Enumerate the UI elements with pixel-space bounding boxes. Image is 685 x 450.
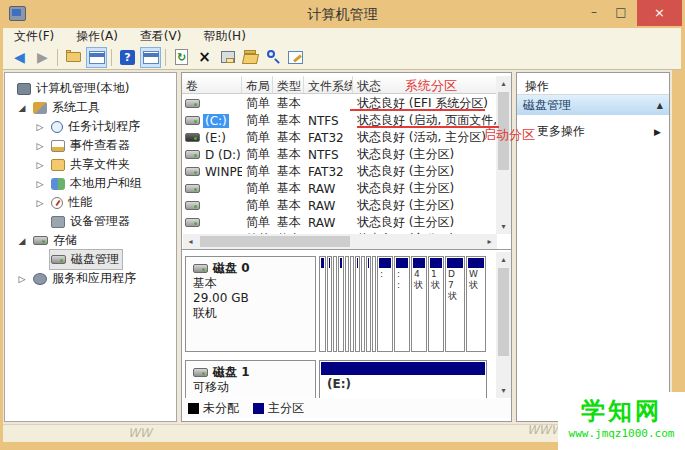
horizontal-scrollbar[interactable]: ◂ ▸: [183, 234, 497, 249]
tree-item-event-viewer[interactable]: ▷ 事件查看器: [5, 136, 176, 155]
scroll-down-icon[interactable]: ▾: [496, 219, 511, 234]
disk-partition[interactable]: [361, 256, 365, 352]
column-header-volume[interactable]: 卷: [182, 76, 242, 93]
disk-type: 可移动: [193, 380, 315, 395]
toolbar-icon: [242, 54, 259, 64]
menu-help[interactable]: 帮助(H): [192, 28, 256, 45]
tree-item-shared-folders[interactable]: ▷ 共享文件夹: [5, 155, 176, 174]
open-button[interactable]: [240, 47, 261, 68]
volume-row[interactable]: WINPE 简单 基本 FAT32 状态良好 (主分区): [182, 163, 496, 180]
volume-row[interactable]: 简单 基本 RAW 状态良好 (主分区): [182, 197, 496, 214]
volume-row[interactable]: D (D:) 简单 基本 NTFS 状态良好 (主分区): [182, 146, 496, 163]
actions-panel-title: 操作: [517, 73, 669, 95]
tree-item-computer-management[interactable]: 计算机管理(本地): [5, 79, 176, 98]
volume-name: D (D:): [203, 148, 242, 162]
volume-row[interactable]: (E:) 简单 基本 FAT32 状态良好 (活动, 主分区): [182, 129, 496, 146]
find-button[interactable]: [263, 47, 284, 68]
scroll-up-icon[interactable]: ▴: [496, 252, 511, 267]
volume-table-scrollbar[interactable]: ▴ ▾: [496, 76, 511, 234]
column-header-type[interactable]: 类型: [273, 76, 304, 93]
tree-expander-icon[interactable]: ▷: [31, 160, 49, 170]
drive-icon: [185, 133, 200, 142]
disk-partition[interactable]: [355, 256, 360, 352]
show-action-pane-button[interactable]: [140, 47, 161, 68]
delete-button[interactable]: [194, 47, 215, 68]
tree-expander-icon[interactable]: ▷: [31, 141, 49, 151]
disk-partition[interactable]: [366, 256, 371, 352]
volume-row[interactable]: 简单 基本 RAW 状态良好 (主分区): [182, 180, 496, 197]
close-button[interactable]: ×: [637, 0, 682, 26]
forward-button[interactable]: [32, 47, 53, 68]
column-header-filesystem[interactable]: 文件系统: [304, 76, 353, 93]
legend-item: 未分配: [188, 400, 239, 417]
tree-expander-icon[interactable]: ◢: [13, 103, 31, 113]
disk-partition[interactable]: (E:): [319, 360, 487, 398]
tree-expander-icon[interactable]: ▷: [31, 198, 49, 208]
tree-item-storage[interactable]: ◢ 存储: [5, 231, 176, 250]
tree-item-system-tools[interactable]: ◢ 系统工具: [5, 98, 176, 117]
scroll-up-icon[interactable]: ▴: [496, 76, 511, 91]
disk-partition[interactable]: 1状: [428, 256, 444, 352]
tree-item-services-applications[interactable]: ▷ 服务和应用程序: [5, 269, 176, 288]
tree-expander-icon[interactable]: ▷: [31, 179, 49, 189]
tree-item-performance[interactable]: ▷ 性能: [5, 193, 176, 212]
tree-expander-icon[interactable]: ▷: [13, 274, 31, 284]
disk-partition[interactable]: [319, 256, 326, 352]
watermark-site-name: 学知网: [558, 395, 685, 427]
volume-type: 基本: [273, 180, 304, 197]
disk-partition[interactable]: [338, 256, 344, 352]
annotation-system-partition: 系统分区: [405, 77, 457, 95]
tree-item-label: 计算机管理(本地): [36, 80, 129, 97]
properties-button[interactable]: [217, 47, 238, 68]
minimize-button[interactable]: –: [581, 2, 607, 23]
refresh-button[interactable]: [171, 47, 192, 68]
disk-partition[interactable]: D7状: [445, 256, 465, 352]
disk-partition[interactable]: 4状: [411, 256, 427, 352]
disk-label-box[interactable]: 磁盘 1 可移动: [185, 360, 316, 398]
volume-row[interactable]: 简单 基本 RAW 状态良好 (主分区): [182, 214, 496, 231]
scrollbar-thumb[interactable]: [200, 236, 350, 247]
more-actions-label: 更多操作: [537, 123, 654, 140]
volume-status: 状态良好 (主分区): [353, 214, 496, 231]
tree-item-device-manager[interactable]: 设备管理器: [5, 212, 176, 231]
help-button[interactable]: [117, 47, 138, 68]
volume-filesystem: FAT32: [304, 131, 353, 145]
scroll-left-icon[interactable]: ◂: [183, 234, 198, 249]
tree-item-task-scheduler[interactable]: ▷ 任务计划程序: [5, 117, 176, 136]
back-button[interactable]: [9, 47, 30, 68]
partition-label: :: [396, 280, 408, 291]
disk-partition[interactable]: [333, 256, 337, 352]
volume-type: 基本: [273, 129, 304, 146]
tree-expander-icon[interactable]: ▷: [31, 122, 49, 132]
menu-file[interactable]: 文件(F): [3, 28, 65, 45]
disk-partition[interactable]: [372, 256, 376, 352]
tree-item-disk-management[interactable]: 磁盘管理: [5, 250, 176, 269]
disk-partition[interactable]: :: [377, 256, 393, 352]
menu-view[interactable]: 查看(V): [129, 28, 193, 45]
menu-action[interactable]: 操作(A): [65, 28, 129, 45]
disk-partition[interactable]: [327, 256, 332, 352]
edit-button[interactable]: [286, 47, 307, 68]
show-console-tree-button[interactable]: [86, 47, 107, 68]
disk-partition[interactable]: [345, 256, 349, 352]
disk-label-box[interactable]: 磁盘 0 基本 29.00 GB 联机: [185, 256, 316, 352]
scroll-down-icon[interactable]: ▾: [496, 383, 511, 398]
tree-item-local-users-groups[interactable]: ▷ 本地用户和组: [5, 174, 176, 193]
up-folder-button[interactable]: [63, 47, 84, 68]
primary-partition-band: [321, 258, 324, 268]
scrollbar-thumb[interactable]: [498, 268, 509, 356]
volume-layout: 简单: [242, 95, 273, 112]
column-header-layout[interactable]: 布局: [242, 76, 273, 93]
disk-partition[interactable]: W状: [466, 256, 486, 352]
disk-partition[interactable]: [350, 256, 354, 352]
maximize-button[interactable]: □: [608, 2, 634, 23]
disk-partition[interactable]: ::: [394, 256, 410, 352]
disk-view-scrollbar[interactable]: ▴ ▾: [496, 252, 511, 398]
scroll-right-icon[interactable]: ▸: [482, 234, 497, 249]
tree-expander-icon[interactable]: ◢: [13, 236, 31, 246]
collapse-icon[interactable]: ▲: [657, 101, 663, 110]
disk-size: 29.00 GB: [193, 291, 315, 306]
partition-label: 状: [430, 280, 442, 291]
disk-management-section-header[interactable]: 磁盘管理 ▲: [517, 95, 669, 115]
more-actions-item[interactable]: 更多操作 ▶: [517, 115, 669, 140]
